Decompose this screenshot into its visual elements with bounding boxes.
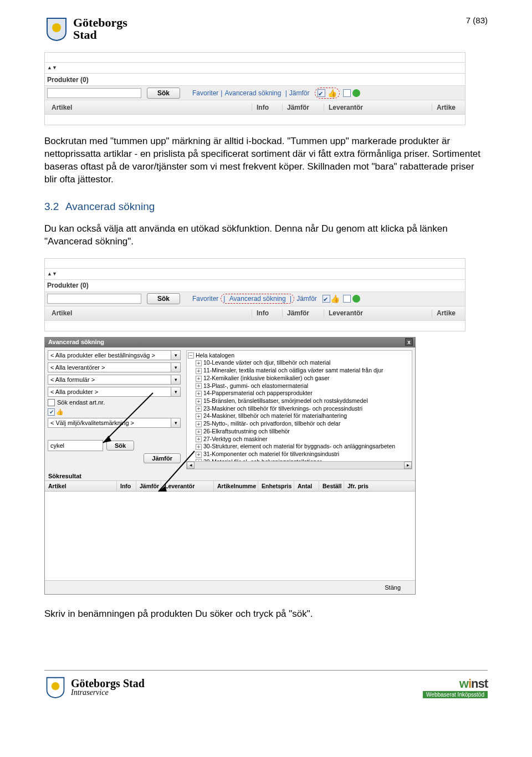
dropdown-icon[interactable]: ▾ <box>171 418 181 428</box>
tree-item[interactable]: +31-Komponenter och materiel för tillver… <box>196 451 411 458</box>
expand-icon[interactable]: + <box>196 391 202 397</box>
only-artnr-checkbox[interactable] <box>48 399 55 406</box>
thumbs-up-checkbox[interactable]: ✔ <box>318 89 325 97</box>
col-artikel[interactable]: Artikel <box>47 104 252 111</box>
rescol-info[interactable]: Info <box>117 481 136 491</box>
expand-icon[interactable]: + <box>196 368 202 374</box>
expand-icon[interactable]: + <box>196 376 202 382</box>
sort-icon: ▲▼ <box>47 65 57 70</box>
dropdown-icon[interactable]: ▾ <box>171 362 181 372</box>
tree-item[interactable]: +15-Bränslen, bränsletillsatser, smörjme… <box>196 397 411 405</box>
tree-item[interactable]: +30-Strukturer, element och material för… <box>196 443 411 451</box>
modal-close-button[interactable]: Stäng <box>374 582 412 592</box>
green-dot-icon <box>352 89 360 97</box>
expand-icon[interactable]: + <box>196 429 202 435</box>
col-info[interactable]: Info <box>252 309 283 317</box>
tree-item[interactable]: +14-Pappersmaterial och pappersprodukter <box>196 390 411 397</box>
modal-title: Avancerad sökning <box>48 339 104 345</box>
category-tree[interactable]: −Hela katalogen +10-Levande växter och d… <box>186 350 412 469</box>
compare-link[interactable]: Jämför <box>287 89 312 97</box>
advanced-search-link[interactable]: Avancerad sökning <box>222 89 283 97</box>
svg-line-1 <box>103 393 153 443</box>
col-artike[interactable]: Artike <box>432 104 463 111</box>
tree-item[interactable]: +12-Kemikalier (inklusive biokemikalier)… <box>196 375 411 382</box>
thumbs-up-icon: 👍 <box>56 408 64 416</box>
tree-item[interactable]: +23-Maskiner och tillbehör för tillverkn… <box>196 405 411 413</box>
tree-item[interactable]: +25-Nytto-, militär- och privatfordon, t… <box>196 420 411 428</box>
col-jamfor[interactable]: Jämför <box>283 309 324 317</box>
results-header: Artikel Info Jämför Leverantör Artikelnu… <box>45 480 415 492</box>
green-checkbox[interactable] <box>343 89 351 97</box>
col-leverantor[interactable]: Leverantör <box>324 104 432 111</box>
green-checkbox[interactable] <box>343 295 351 303</box>
col-jamfor[interactable]: Jämför <box>283 104 324 111</box>
search-input[interactable] <box>47 88 141 98</box>
tree-item[interactable]: +24-Maskiner, tillbehör och materiel för… <box>196 412 411 420</box>
expand-icon[interactable]: + <box>196 383 202 389</box>
tree-item[interactable]: +26-Elkraftsutrustning och tillbehör <box>196 428 411 436</box>
brand-line1: Göteborgs <box>73 17 127 29</box>
highlighted-checkbox-area: ✔ 👍 <box>315 88 339 99</box>
svg-point-5 <box>52 682 60 690</box>
footer-brand2: Intraservice <box>71 689 145 697</box>
crest-icon <box>44 676 66 698</box>
screenshot-toolbar-1: ▲▼ Produkter (0) Sök Favoriter | Avancer… <box>44 52 466 125</box>
products-count: Produkter (0) <box>47 76 89 84</box>
annotation-arrow-icon <box>153 448 203 498</box>
advanced-search-link[interactable]: Avancerad sökning <box>227 295 288 303</box>
tree-item[interactable]: +13-Plast-, gummi- och elastomermaterial <box>196 382 411 390</box>
col-leverantor[interactable]: Leverantör <box>324 309 432 317</box>
tree-item[interactable]: +10-Levande växter och djur, tillbehör o… <box>196 359 411 367</box>
search-button[interactable]: Sök <box>147 293 180 304</box>
thumbs-up-checkbox[interactable]: ✔ <box>323 295 330 303</box>
rescol-artikel[interactable]: Artikel <box>45 481 117 491</box>
col-artike[interactable]: Artike <box>432 309 463 317</box>
expand-icon[interactable]: + <box>196 436 202 442</box>
filter-form[interactable] <box>48 375 171 385</box>
rescol-jfrpris[interactable]: Jfr. pris <box>344 481 415 491</box>
scrollbar-horizontal[interactable]: ◂ ▸ <box>187 461 412 469</box>
svg-marker-2 <box>103 436 111 443</box>
tree-item[interactable]: +11-Mineraler, textila material och oätl… <box>196 367 411 375</box>
svg-point-0 <box>52 23 61 32</box>
screenshot-toolbar-2: ▲▼ Produkter (0) Sök Favoriter | Avancer… <box>44 258 466 331</box>
rescol-antal[interactable]: Antal <box>294 481 319 491</box>
crest-icon <box>44 17 69 41</box>
header-logo: Göteborgs Stad <box>44 17 488 41</box>
highlighted-adv-search: | Avancerad sökning | <box>221 294 294 304</box>
thumbs-up-icon: 👍 <box>330 294 340 303</box>
dropdown-icon[interactable]: ▾ <box>171 350 181 360</box>
compare-link[interactable]: Jämför <box>294 295 319 303</box>
dropdown-icon[interactable]: ▾ <box>171 387 181 397</box>
search-input[interactable] <box>47 294 141 304</box>
expand-icon[interactable]: + <box>196 421 202 427</box>
expand-icon[interactable]: + <box>196 398 202 405</box>
favorites-link[interactable]: Favoriter <box>190 295 221 303</box>
filter-product-path[interactable] <box>48 350 171 360</box>
dropdown-icon[interactable]: ▾ <box>171 375 181 385</box>
winst-subtitle: Webbaserat Inköpsstöd <box>423 691 488 698</box>
col-info[interactable]: Info <box>252 104 283 111</box>
green-dot-icon <box>352 295 360 303</box>
rescol-pris[interactable]: Enhetspris <box>258 481 294 491</box>
page-footer: Göteborgs Stad Intraservice winst Webbas… <box>44 670 488 698</box>
collapse-icon[interactable]: − <box>188 352 194 359</box>
paragraph-1: Bockrutan med "tummen upp" märkning är a… <box>44 135 488 186</box>
filter-supplier[interactable] <box>48 362 171 372</box>
search-button[interactable]: Sök <box>147 88 180 99</box>
thumbs-up-checkbox[interactable]: ✔ <box>48 408 55 416</box>
rescol-artnr[interactable]: Artikelnumme <box>214 481 258 491</box>
tree-item[interactable]: +27-Verktyg och maskiner <box>196 436 411 443</box>
col-artikel[interactable]: Artikel <box>47 309 252 317</box>
close-icon[interactable]: x <box>405 338 413 346</box>
expand-icon[interactable]: + <box>196 413 202 420</box>
thumbs-up-icon: 👍 <box>328 89 337 98</box>
favorites-link[interactable]: Favoriter <box>190 89 221 97</box>
rescol-bestall[interactable]: Beställ <box>319 481 344 491</box>
scroll-right-icon[interactable]: ▸ <box>404 462 412 469</box>
screenshot-advanced-search-modal: Avancerad sökning x ▾ ▾ ▾ ▾ Sök endast a… <box>44 337 416 595</box>
expand-icon[interactable]: + <box>196 360 202 366</box>
annotation-arrow-icon <box>95 390 161 451</box>
expand-icon[interactable]: + <box>196 406 202 412</box>
results-label: Sökresultat <box>48 473 415 479</box>
